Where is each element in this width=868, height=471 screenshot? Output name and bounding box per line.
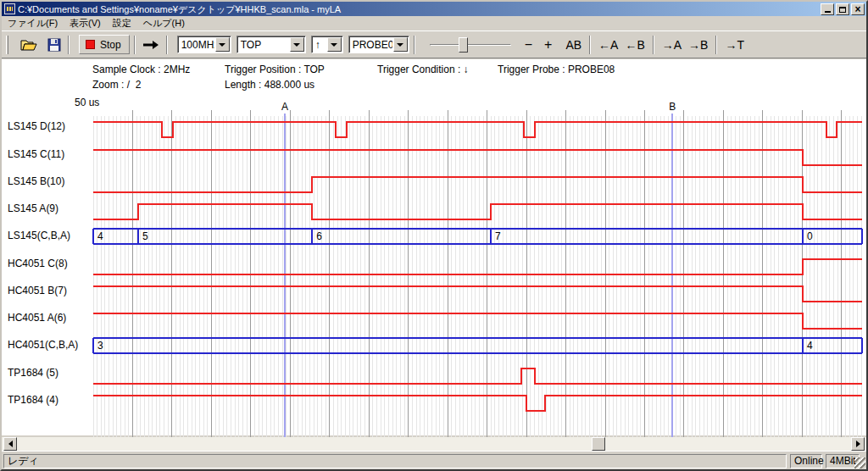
close-icon: × bbox=[852, 3, 864, 15]
stop-icon bbox=[86, 40, 95, 49]
dropdown-arrow-icon[interactable] bbox=[393, 37, 408, 52]
goto-marker-b-button[interactable]: ←B bbox=[621, 36, 648, 54]
slider-track bbox=[430, 44, 511, 46]
bus-value: 6 bbox=[316, 230, 322, 242]
bus-value: 4 bbox=[97, 230, 103, 242]
zoom-in-button[interactable]: + bbox=[541, 36, 555, 54]
set-marker-a-button[interactable]: →A bbox=[659, 36, 685, 54]
run-single-button[interactable] bbox=[140, 35, 162, 55]
client-area: Sample Clock : 2MHz Trigger Position : T… bbox=[2, 59, 866, 435]
trigger-edge-combo[interactable]: ↑ bbox=[311, 36, 343, 53]
menu-bar: ファイル(F)表示(V)設定ヘルプ(H) bbox=[2, 16, 866, 30]
maximize-icon bbox=[839, 7, 846, 13]
scroll-left-button[interactable] bbox=[3, 437, 17, 451]
dropdown-arrow-icon[interactable] bbox=[290, 37, 304, 52]
dropdown-arrow-icon[interactable] bbox=[327, 37, 342, 52]
menu-item-0[interactable]: ファイル(F) bbox=[2, 16, 64, 30]
channel-label[interactable]: LS145 C(11) bbox=[8, 148, 64, 160]
trigger-probe-info: Trigger Probe : PROBE08 bbox=[498, 64, 615, 75]
trigger-edge-value: ↑ bbox=[312, 39, 326, 51]
app-window: C:¥Documents and Settings¥noname¥デスクトップ¥… bbox=[0, 0, 868, 471]
channel-label[interactable]: HC4051 B(7) bbox=[8, 285, 67, 296]
channel-label[interactable]: HC4051 A(6) bbox=[8, 312, 66, 324]
channel-label[interactable]: TP1684 (5) bbox=[8, 367, 58, 379]
trigger-position-value: TOP bbox=[237, 39, 289, 51]
toolbar: Stop 100MHz TOP ↑ PROBE00 − bbox=[2, 30, 866, 58]
marker-A-label: A bbox=[281, 101, 288, 113]
close-button[interactable]: × bbox=[851, 3, 865, 15]
set-marker-b-button[interactable]: →B bbox=[685, 36, 711, 54]
status-message: レディ bbox=[3, 454, 787, 468]
maximize-button[interactable] bbox=[836, 3, 849, 15]
toolbar-separator bbox=[166, 36, 168, 54]
channel-label[interactable]: LS145(C,B,A) bbox=[8, 230, 70, 241]
toolbar-separator bbox=[414, 36, 415, 54]
bus-value: 4 bbox=[807, 340, 813, 352]
floppy-save-icon bbox=[47, 38, 61, 52]
waveform-canvas[interactable]: AB4567034 bbox=[92, 97, 863, 439]
channel-label[interactable]: HC4051 C(8) bbox=[8, 258, 68, 269]
trigger-position-combo[interactable]: TOP bbox=[236, 36, 306, 53]
resize-grip[interactable] bbox=[854, 457, 865, 468]
window-title: C:¥Documents and Settings¥noname¥デスクトップ¥… bbox=[18, 3, 821, 16]
sample-clock-info: Sample Clock : 2MHz bbox=[92, 64, 190, 75]
bus-value: 5 bbox=[142, 230, 148, 242]
zoom-out-button[interactable]: − bbox=[521, 36, 536, 54]
stop-button[interactable]: Stop bbox=[79, 35, 130, 54]
marker-B-label: B bbox=[669, 101, 676, 113]
open-file-button[interactable] bbox=[18, 35, 40, 55]
zoom-slider[interactable] bbox=[430, 36, 511, 54]
right-arrow-icon bbox=[856, 441, 860, 447]
sample-clock-combo[interactable]: 100MHz bbox=[177, 36, 231, 53]
bus-value: 0 bbox=[807, 230, 813, 242]
bus-value: 7 bbox=[495, 230, 501, 242]
stop-label: Stop bbox=[100, 39, 121, 51]
open-folder-icon bbox=[20, 38, 37, 52]
save-button[interactable] bbox=[45, 35, 64, 55]
channel-label[interactable]: LS145 D(12) bbox=[8, 120, 65, 132]
minimize-icon bbox=[825, 11, 831, 13]
right-arrow-icon bbox=[142, 40, 159, 50]
online-status: Online bbox=[790, 454, 822, 468]
toolbar-separator bbox=[134, 36, 136, 54]
menu-item-2[interactable]: 設定 bbox=[107, 16, 137, 30]
zoom-info: Zoom : / 2 bbox=[92, 79, 141, 91]
toolbar-separator bbox=[68, 36, 70, 54]
waveform-region: 50 us LS145 D(12)LS145 C(11)LS145 B(10)L… bbox=[2, 97, 866, 439]
channel-label[interactable]: HC4051(C,B,A) bbox=[8, 339, 78, 351]
app-icon bbox=[4, 3, 15, 14]
trigger-position-info: Trigger Position : TOP bbox=[225, 64, 325, 75]
channel-label[interactable]: TP1684 (4) bbox=[8, 394, 58, 406]
channel-label[interactable]: LS145 A(9) bbox=[8, 202, 58, 214]
trigger-condition-info: Trigger Condition : ↓ bbox=[377, 64, 469, 75]
sample-clock-value: 100MHz bbox=[178, 39, 214, 51]
slider-thumb[interactable] bbox=[459, 37, 468, 53]
probe-value: PROBE00 bbox=[349, 39, 392, 51]
left-arrow-icon bbox=[8, 441, 13, 447]
scrollbar-thumb[interactable] bbox=[592, 437, 605, 451]
goto-marker-a-button[interactable]: ←A bbox=[595, 36, 621, 54]
channel-label[interactable]: LS145 B(10) bbox=[8, 175, 64, 187]
horizontal-scrollbar[interactable] bbox=[2, 437, 866, 451]
toolbar-separator bbox=[715, 36, 717, 54]
menu-item-1[interactable]: 表示(V) bbox=[64, 16, 107, 30]
bus-value: 3 bbox=[97, 340, 103, 352]
goto-trigger-button[interactable]: →T bbox=[721, 36, 748, 54]
menu-item-3[interactable]: ヘルプ(H) bbox=[137, 16, 191, 30]
minimize-button[interactable] bbox=[821, 3, 834, 15]
status-bar: レディ Online 4MBit bbox=[2, 451, 866, 469]
capture-info: Sample Clock : 2MHz Trigger Position : T… bbox=[2, 59, 866, 97]
toolbar-separator bbox=[653, 36, 654, 54]
scroll-right-button[interactable] bbox=[851, 437, 865, 451]
title-bar[interactable]: C:¥Documents and Settings¥noname¥デスクトップ¥… bbox=[2, 2, 866, 16]
toolbar-separator bbox=[589, 36, 591, 54]
dropdown-arrow-icon[interactable] bbox=[215, 37, 230, 52]
grid-minor bbox=[93, 116, 861, 439]
toolbar-gripper[interactable] bbox=[6, 36, 8, 54]
probe-combo[interactable]: PROBE00 bbox=[348, 36, 409, 53]
zoom-ab-button[interactable]: AB bbox=[562, 36, 585, 54]
length-info: Length : 488.000 us bbox=[225, 79, 314, 91]
